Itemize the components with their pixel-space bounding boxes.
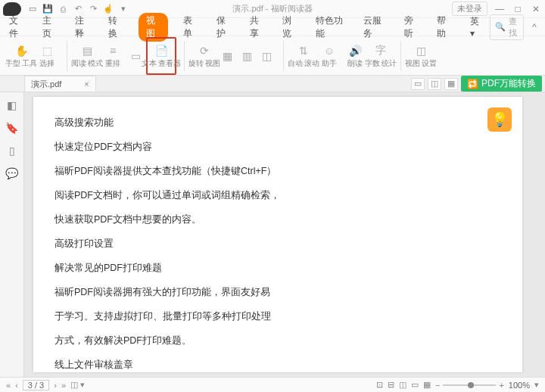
sb-icon-1[interactable]: ⊡: [376, 380, 383, 390]
view-settings-button[interactable]: ◫视图 设置: [409, 39, 433, 73]
last-page-icon[interactable]: »: [61, 381, 66, 390]
menu-browse[interactable]: 浏览: [279, 13, 301, 42]
doc-line: 阅读PDF文档时，你可以通过单词或词组精确检索，: [54, 188, 501, 203]
tip-bulb-icon[interactable]: 💡: [487, 107, 512, 132]
text-viewer-button[interactable]: 📄文本 查看器: [149, 39, 173, 73]
page-fit-button[interactable]: ▭: [126, 39, 145, 73]
menu-listen[interactable]: 旁听: [401, 13, 422, 42]
speaker-icon: 🔊: [348, 44, 362, 58]
view-mode3-icon[interactable]: ▦: [444, 78, 458, 90]
zoom-slider[interactable]: [443, 384, 496, 386]
sb-icon-3[interactable]: ◫: [399, 380, 406, 390]
rotate-icon: ⟳: [198, 44, 211, 58]
page-tools-icon[interactable]: ◫ ▾: [70, 380, 85, 390]
tab-label: 演示.pdf: [31, 79, 61, 90]
reflow-button[interactable]: ≡重排: [101, 39, 125, 73]
tab-close-icon[interactable]: ×: [84, 79, 89, 89]
rail-thumbnails-icon[interactable]: ◧: [5, 98, 19, 112]
word-count-button[interactable]: 字字数 统计: [369, 39, 393, 73]
prev-page-icon[interactable]: ‹: [15, 381, 18, 390]
doc-line: 快速获取PDF文档中想要的内容。: [54, 212, 501, 227]
view-mode1-icon[interactable]: ▭: [411, 78, 425, 90]
next-page-icon[interactable]: ›: [54, 381, 57, 390]
zoom-level[interactable]: 100%: [509, 381, 530, 390]
menu-form[interactable]: 表单: [180, 13, 201, 42]
count-icon: 字: [374, 44, 388, 58]
search-icon: 🔍: [495, 22, 506, 32]
doc-line: 线上文件审核盖章: [54, 357, 501, 372]
menu-home[interactable]: 主页: [39, 13, 61, 42]
rotate-button[interactable]: ⟳旋转 视图: [192, 39, 216, 73]
rail-layers-icon[interactable]: ▯: [5, 144, 19, 157]
rail-comments-icon[interactable]: 💬: [5, 166, 19, 180]
select-button[interactable]: ⬚选择: [35, 39, 59, 73]
menu-help[interactable]: 帮助: [434, 13, 455, 42]
scroll-icon: ⇅: [297, 44, 310, 58]
text-viewer-highlight: 📄文本 查看器: [146, 37, 176, 75]
settings-icon: ◫: [414, 44, 428, 58]
read-aloud-button[interactable]: 🔊朗读: [343, 39, 367, 73]
window-title: 演示.pdf - 福昕阅读器: [232, 3, 312, 14]
menu-protect[interactable]: 保护: [213, 13, 235, 42]
zoom-in-icon[interactable]: +: [499, 381, 503, 390]
document-tab[interactable]: 演示.pdf ×: [24, 76, 96, 92]
select-icon: ⬚: [40, 44, 54, 58]
doc-line: 高级搜索功能: [54, 115, 501, 130]
search-input[interactable]: 🔍 查找: [490, 14, 524, 40]
menu-features[interactable]: 特色功能: [313, 13, 348, 42]
lang-dropdown[interactable]: 英▾: [467, 14, 484, 40]
first-page-icon[interactable]: «: [6, 381, 11, 390]
fit-icon: ▭: [129, 49, 142, 63]
layout2-icon: ▥: [240, 49, 254, 63]
doc-line: 解决常见的PDF打印难题: [54, 260, 501, 275]
layout3-button[interactable]: ◫: [257, 39, 276, 73]
layout-icon: ▦: [220, 49, 234, 63]
zoom-dropdown-icon[interactable]: ▾: [534, 380, 539, 390]
read-mode-button[interactable]: ▤阅读 模式: [75, 39, 99, 73]
menu-cloud[interactable]: 云服务: [360, 13, 388, 42]
convert-icon: 🔁: [467, 79, 478, 89]
document-page: 💡 高级搜索功能 快速定位PDF文档内容 福昕PDF阅读器提供文本查找功能（快捷…: [33, 97, 522, 372]
assistant-icon: ☺: [322, 44, 336, 58]
maximize-button[interactable]: □: [512, 4, 524, 14]
hand-icon: ✋: [14, 44, 28, 58]
menu-share[interactable]: 共享: [247, 13, 268, 42]
sb-icon-5[interactable]: ▦: [423, 380, 431, 390]
assistant-button[interactable]: ☺助手: [317, 39, 341, 73]
text-viewer-icon: 📄: [154, 44, 168, 58]
reflow-icon: ≡: [106, 44, 120, 58]
layout2-button[interactable]: ▥: [238, 39, 256, 73]
pdf-convert-button[interactable]: 🔁 PDF万能转换: [461, 76, 542, 92]
layout1-button[interactable]: ▦: [218, 39, 236, 73]
qat-open-icon[interactable]: ▭: [27, 4, 38, 14]
sb-icon-4[interactable]: ▭: [411, 380, 419, 390]
doc-line: 于学习。支持虚拟打印、批量打印等多种打印处理: [54, 309, 501, 324]
doc-line: 福昕PDF阅读器提供文本查找功能（快捷键Ctrl+F）: [54, 163, 501, 179]
page-indicator[interactable]: 3 / 3: [23, 380, 49, 390]
zoom-out-icon[interactable]: −: [435, 381, 440, 390]
menu-file[interactable]: 文件: [6, 13, 27, 42]
doc-line: 高级打印设置: [54, 236, 501, 251]
auto-scroll-button[interactable]: ⇅自动 滚动: [291, 39, 316, 73]
sb-icon-2[interactable]: ⊟: [388, 380, 394, 390]
view-mode2-icon[interactable]: ◫: [428, 78, 441, 90]
close-button[interactable]: ✕: [530, 4, 542, 14]
layout3-icon: ◫: [260, 49, 273, 63]
read-icon: ▤: [80, 44, 94, 58]
ribbon-collapse-icon[interactable]: ^: [530, 22, 539, 33]
doc-line: 快速定位PDF文档内容: [54, 139, 501, 154]
rail-bookmarks-icon[interactable]: 🔖: [5, 121, 19, 135]
hand-tool-button[interactable]: ✋手型 工具: [9, 39, 33, 73]
minimize-button[interactable]: —: [494, 4, 506, 14]
doc-line: 方式，有效解决PDF打印难题。: [54, 333, 501, 348]
doc-line: 福昕PDF阅读器拥有强大的打印功能，界面友好易: [54, 285, 501, 300]
